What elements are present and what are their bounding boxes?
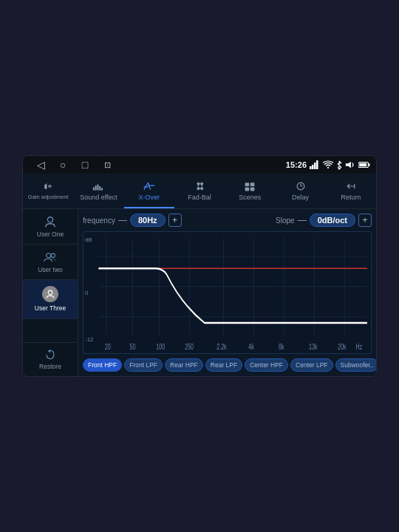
svg-rect-32 [250, 187, 255, 191]
svg-point-42 [51, 253, 55, 257]
svg-rect-3 [316, 160, 318, 169]
slope-dash: — [298, 215, 307, 225]
svg-marker-9 [44, 183, 47, 189]
user3-avatar [42, 286, 58, 302]
tab-xover[interactable]: X-Over [124, 174, 174, 208]
filter-rear-lpf[interactable]: Rear LPF [205, 358, 242, 372]
tab-gain[interactable]: Gain adjustment [23, 174, 73, 208]
frequency-label: frequency [83, 216, 115, 225]
svg-rect-13 [95, 185, 97, 190]
svg-rect-0 [310, 166, 312, 169]
svg-rect-31 [245, 187, 250, 191]
filter-center-lpf[interactable]: Center LPF [290, 358, 332, 372]
svg-rect-8 [359, 163, 366, 166]
graph-svg: 20 50 100 250 2.2k 4k 8k 13k 20k Hz [83, 232, 371, 353]
freq-dash: — [118, 215, 127, 225]
tab-bar: Gain adjustment Sound effect X-Over [23, 174, 376, 209]
sidebar-user1-label: User One [37, 231, 64, 238]
svg-point-43 [48, 290, 52, 295]
gain-icon [42, 180, 54, 192]
filter-front-lpf[interactable]: Front LPF [124, 358, 163, 372]
filter-front-hpf[interactable]: Front HPF [83, 358, 122, 372]
frequency-value[interactable]: 80Hz [130, 214, 166, 227]
volume-icon [345, 160, 355, 169]
tab-xover-label: X-Over [138, 194, 160, 201]
svg-rect-29 [245, 183, 250, 186]
tab-sound[interactable]: Sound effect [73, 174, 123, 208]
screencast-icon[interactable]: ⊡ [100, 157, 115, 172]
svg-rect-30 [250, 183, 255, 186]
sidebar-user3-label: User Three [35, 304, 66, 312]
svg-rect-1 [312, 165, 314, 169]
delay-icon [295, 180, 307, 192]
sidebar-restore-label: Restore [39, 363, 61, 370]
svg-rect-15 [100, 186, 101, 191]
svg-rect-7 [369, 163, 370, 166]
sidebar-item-user3[interactable]: User Three [23, 280, 78, 318]
slope-value[interactable]: 0dB/oct [310, 214, 355, 227]
sidebar-item-user1[interactable]: User One [23, 209, 78, 245]
filter-center-hpf[interactable]: Center HPF [245, 358, 288, 372]
fadbal-icon [194, 180, 205, 192]
back-button[interactable]: ◁ [33, 157, 48, 172]
nav-bar: ◁ ○ □ ⊡ [29, 157, 119, 172]
home-button[interactable]: ○ [55, 157, 70, 172]
controls-row: frequency — 80Hz + Slope — 0dB/oct + [83, 214, 372, 227]
tab-return-label: Return [341, 194, 361, 201]
sidebar-user2-label: User two [38, 266, 63, 273]
tab-delay-label: Delay [292, 194, 309, 201]
tab-gain-label: Gain adjustment [28, 194, 69, 200]
sidebar: User One User two User Three [23, 209, 78, 376]
user1-icon [44, 215, 57, 228]
frequency-control: frequency — 80Hz + [83, 214, 182, 227]
signal-icon [310, 160, 320, 169]
svg-point-41 [47, 253, 51, 258]
device-frame: ◁ ○ □ ⊡ 15:26 [22, 155, 377, 377]
filter-rear-hpf[interactable]: Rear HPF [165, 358, 203, 372]
user2-icon [44, 250, 57, 264]
recent-button[interactable]: □ [78, 157, 92, 172]
svg-marker-44 [48, 349, 50, 353]
tab-fadbal[interactable]: Fad-Bal [174, 174, 225, 208]
tab-delay[interactable]: Delay [275, 174, 325, 208]
sidebar-restore[interactable]: Restore [23, 342, 78, 376]
svg-text:4k: 4k [248, 341, 254, 351]
tab-scenes-label: Scenes [239, 194, 261, 201]
bluetooth-icon [336, 160, 342, 170]
svg-text:2.2k: 2.2k [216, 341, 227, 351]
wifi-icon [323, 160, 333, 169]
status-bar: ◁ ○ □ ⊡ 15:26 [23, 156, 376, 174]
slope-control: Slope — 0dB/oct + [276, 214, 372, 227]
svg-text:20: 20 [105, 341, 111, 351]
svg-text:100: 100 [156, 341, 165, 351]
svg-text:Hz: Hz [356, 341, 363, 351]
restore-icon [44, 349, 56, 361]
svg-text:13k: 13k [309, 341, 318, 351]
sound-icon [92, 180, 104, 192]
svg-line-18 [148, 183, 150, 190]
svg-rect-12 [93, 187, 95, 190]
svg-point-40 [47, 217, 52, 222]
svg-marker-5 [346, 162, 351, 168]
frequency-plus-button[interactable]: + [168, 214, 182, 227]
eq-graph: dB 0 -12 [83, 231, 372, 354]
tab-scenes[interactable]: Scenes [225, 174, 275, 208]
filter-buttons: Front HPF Front LPF Rear HPF Rear LPF Ce… [83, 358, 372, 372]
right-panel: frequency — 80Hz + Slope — 0dB/oct + dB … [78, 209, 376, 376]
svg-line-17 [144, 183, 149, 190]
xover-icon [143, 180, 155, 192]
svg-rect-14 [98, 184, 99, 190]
tab-return[interactable]: Return [326, 174, 376, 208]
svg-text:50: 50 [129, 341, 135, 351]
status-bar-right: 15:26 [286, 160, 370, 170]
svg-text:250: 250 [185, 341, 194, 351]
filter-subwoofer[interactable]: Subwoofer.. [335, 358, 376, 372]
slope-plus-button[interactable]: + [358, 214, 372, 227]
return-icon [345, 180, 357, 192]
battery-icon [358, 160, 370, 169]
svg-text:8k: 8k [279, 341, 284, 351]
tab-sound-label: Sound effect [80, 194, 117, 201]
slope-label: Slope [276, 216, 295, 225]
status-time: 15:26 [286, 160, 307, 169]
sidebar-item-user2[interactable]: User two [23, 245, 78, 280]
